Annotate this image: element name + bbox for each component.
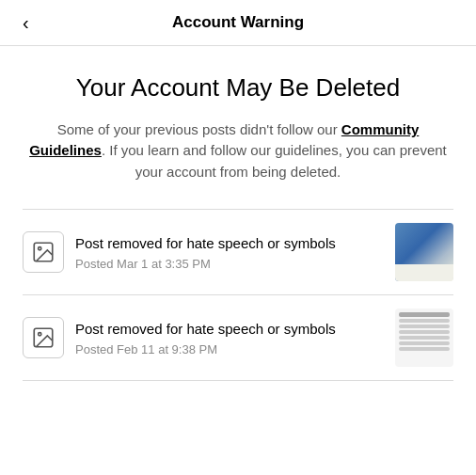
image-icon-2 <box>31 325 56 350</box>
post-info: Post removed for hate speech or symbols … <box>75 233 384 271</box>
header-title: Account Warning <box>172 13 304 32</box>
image-icon <box>31 240 56 264</box>
thumb-line <box>399 319 450 323</box>
thumb-line <box>399 336 450 340</box>
thumb-line <box>399 312 450 317</box>
thumb-line <box>399 325 450 328</box>
post-thumbnail-1 <box>395 223 453 281</box>
svg-point-1 <box>39 247 41 250</box>
thumb-line <box>399 341 450 345</box>
thumb-line <box>399 330 450 334</box>
post-image-icon-2 <box>23 317 64 358</box>
main-content: Your Account May Be Deleted Some of your… <box>0 46 476 404</box>
warning-headline: Your Account May Be Deleted <box>23 72 453 104</box>
warning-body: Some of your previous posts didn't follo… <box>23 119 453 183</box>
post-info-2: Post removed for hate speech or symbols … <box>75 319 384 356</box>
body-text-after-link: . If you learn and follow our guidelines… <box>102 142 447 180</box>
post-image-icon <box>23 231 64 273</box>
posts-list: Post removed for hate speech or symbols … <box>23 209 453 381</box>
header: ‹ Account Warning <box>0 0 476 46</box>
post-date-2: Posted Feb 11 at 9:38 PM <box>75 342 384 356</box>
back-button[interactable]: ‹ <box>15 8 37 38</box>
post-date: Posted Mar 1 at 3:35 PM <box>75 257 384 271</box>
post-reason-2: Post removed for hate speech or symbols <box>75 319 384 339</box>
thumb-line <box>399 347 450 351</box>
svg-point-3 <box>39 333 41 336</box>
post-reason: Post removed for hate speech or symbols <box>75 233 384 253</box>
post-item: Post removed for hate speech or symbols … <box>23 210 453 295</box>
post-thumbnail-2 <box>395 309 453 367</box>
body-text-before-link: Some of your previous posts didn't follo… <box>57 121 341 137</box>
post-item: Post removed for hate speech or symbols … <box>23 295 453 381</box>
